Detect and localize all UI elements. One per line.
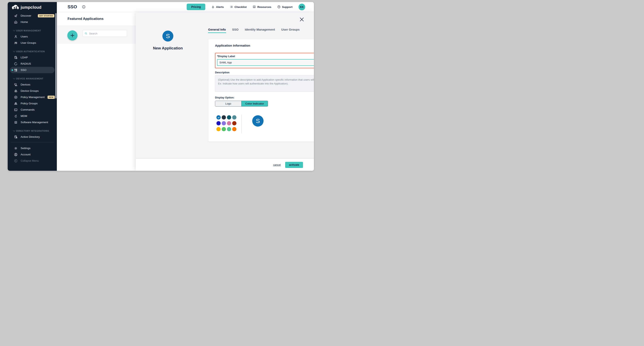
sidebar-item-account[interactable]: Account — [8, 151, 57, 158]
header-actions: Pricing Alerts Checklist Resources — [187, 4, 314, 10]
sidebar-section-user-management[interactable]: USER MANAGEMENT — [8, 28, 57, 34]
chevron-down-icon — [13, 49, 16, 52]
sidebar-item-collapse-menu[interactable]: Collapse Menu — [8, 158, 57, 164]
avatar[interactable]: KK — [298, 4, 305, 10]
collapse-arrow-icon — [14, 159, 18, 163]
section-label: USER AUTHENTICATION — [16, 50, 45, 53]
color-swatch[interactable] — [232, 115, 236, 119]
page-title: SSO — [68, 4, 77, 10]
sidebar-item-users[interactable]: Users — [8, 34, 57, 40]
color-swatch[interactable] — [222, 121, 226, 125]
section-label: DEVICE MANAGEMENT — [16, 77, 43, 80]
new-application-drawer: S New Application General Info SSO Ident… — [136, 12, 314, 171]
get-started-badge: GET STARTED — [38, 14, 54, 18]
gear-icon — [14, 146, 18, 150]
bell-icon — [211, 5, 214, 9]
sidebar-item-devices[interactable]: Devices — [8, 81, 57, 88]
activate-button[interactable]: activate — [285, 162, 303, 168]
info-icon[interactable] — [82, 5, 86, 9]
color-swatch-selected[interactable] — [216, 115, 221, 119]
sidebar-item-label: Home — [21, 21, 28, 24]
sidebar-item-label: LDAP — [21, 56, 28, 59]
sidebar-item-mdm[interactable]: MDM — [8, 113, 57, 119]
sidebar-section-device-management[interactable]: DEVICE MANAGEMENT — [8, 76, 57, 81]
sidebar-item-label: Devices — [21, 83, 30, 86]
alerts-button[interactable]: Alerts — [211, 5, 224, 9]
sidebar-item-label: Commands — [21, 108, 34, 111]
sidebar-item-device-groups[interactable]: Device Groups — [8, 88, 57, 94]
checklist-button[interactable]: Checklist — [230, 5, 246, 9]
support-label: Support — [282, 6, 292, 9]
checklist-icon — [230, 5, 233, 9]
color-swatch[interactable] — [232, 121, 236, 125]
sidebar-item-label: Discover — [21, 14, 31, 17]
option-color-indicator[interactable]: Color Indicator — [242, 101, 268, 106]
user-icon — [14, 35, 18, 39]
sidebar-item-label: Settings — [21, 147, 30, 150]
application-avatar: S — [162, 31, 173, 42]
display-label-alert-outline: *Display Label — [215, 53, 314, 68]
sidebar-item-software-management[interactable]: Software Management — [8, 119, 57, 125]
display-label-input[interactable] — [217, 59, 314, 66]
sidebar-item-active-directory[interactable]: Active Directory — [8, 134, 57, 140]
color-swatch[interactable] — [227, 115, 231, 119]
sidebar-item-policy-groups[interactable]: Policy Groups — [8, 100, 57, 107]
question-icon — [277, 5, 280, 9]
search-input[interactable] — [89, 32, 125, 35]
sidebar-scrollbar[interactable] — [56, 13, 56, 98]
color-swatch[interactable] — [227, 121, 231, 125]
section-label: USER MANAGEMENT — [16, 29, 41, 32]
tab-user-groups[interactable]: User Groups — [281, 28, 300, 33]
featured-applications-heading: Featured Applications — [68, 17, 104, 21]
add-application-button[interactable] — [67, 30, 78, 41]
support-button[interactable]: Support — [277, 5, 292, 9]
sidebar-item-label: Active Directory — [21, 135, 40, 138]
display-label-label: *Display Label — [217, 55, 314, 58]
description-label: Description — [215, 71, 314, 74]
sidebar-divider — [11, 142, 54, 143]
sidebar-item-radius[interactable]: RADIUS — [8, 61, 57, 67]
sidebar-item-settings[interactable]: Settings — [8, 145, 57, 151]
resources-button[interactable]: Resources — [252, 5, 271, 9]
card-heading: Application Information — [215, 44, 314, 47]
application-name: New Application — [142, 46, 194, 50]
sidebar-item-commands[interactable]: Commands — [8, 107, 57, 113]
main-content: SSO Pricing Alerts Checklist — [57, 2, 314, 171]
sidebar-section-user-authentication[interactable]: USER AUTHENTICATION — [8, 49, 57, 54]
jumpcloud-logo[interactable]: jumpcloud — [8, 2, 57, 13]
radar-icon — [14, 62, 18, 66]
cancel-link[interactable]: cancel — [273, 163, 281, 166]
sidebar-item-home[interactable]: Home — [8, 19, 57, 25]
color-swatch[interactable] — [232, 127, 236, 131]
sidebar-item-sso[interactable]: SSO — [10, 67, 54, 73]
checklist-label: Checklist — [234, 6, 246, 9]
color-swatch[interactable] — [227, 127, 231, 131]
sidebar-item-policy-management[interactable]: Policy Management NEW — [8, 94, 57, 100]
section-label: DIRECTORY INTEGRATIONS — [16, 130, 49, 132]
description-textarea[interactable]: (Optional) Use the description to add Ap… — [215, 75, 314, 92]
sidebar-item-user-groups[interactable]: User Groups — [8, 40, 57, 46]
chevron-down-icon — [13, 29, 16, 31]
tab-identity-management[interactable]: Identity Management — [245, 28, 275, 33]
close-icon[interactable] — [300, 17, 304, 22]
color-swatch[interactable] — [216, 121, 221, 125]
drawer-tabs: General Info SSO Identity Management Use… — [208, 28, 300, 33]
color-swatch[interactable] — [222, 127, 226, 131]
option-logo[interactable]: Logo — [215, 101, 242, 106]
pricing-button[interactable]: Pricing — [187, 4, 205, 10]
sidebar-section-directory-integrations[interactable]: DIRECTORY INTEGRATIONS — [8, 128, 57, 134]
sidebar-item-label: Policy Management — [21, 96, 45, 99]
display-option-label: Display Option: — [215, 96, 314, 99]
resources-label: Resources — [257, 6, 271, 9]
top-header: SSO Pricing Alerts Checklist — [57, 2, 314, 12]
sidebar-item-label: Account — [21, 153, 30, 156]
color-swatch[interactable] — [216, 127, 221, 131]
tab-sso[interactable]: SSO — [232, 28, 239, 33]
sidebar-item-label: Software Management — [21, 121, 48, 124]
active-indicator-dot — [12, 69, 13, 71]
tab-general-info[interactable]: General Info — [208, 28, 226, 33]
sidebar-item-ldap[interactable]: LDAP — [8, 54, 57, 61]
sidebar-item-discover[interactable]: Discover GET STARTED — [8, 13, 57, 19]
plus-icon — [70, 33, 75, 38]
color-swatch[interactable] — [222, 115, 226, 119]
